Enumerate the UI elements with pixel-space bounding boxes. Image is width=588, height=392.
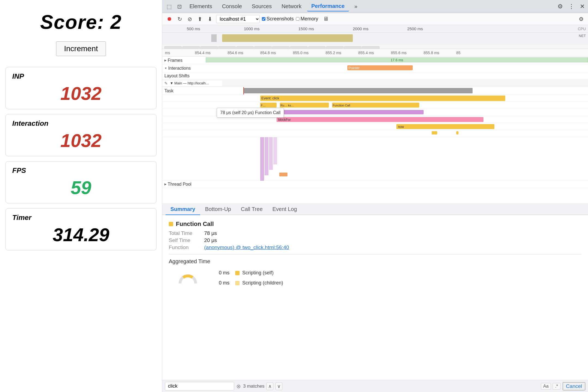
event-click-bar[interactable]: Event: click [260,96,505,101]
now-label-cell [162,126,206,127]
main-thread-content [222,79,588,87]
capture-settings-icon[interactable]: 🖥 [321,15,330,23]
close-icon[interactable]: ✕ [579,2,586,11]
now-track: now [162,123,588,130]
search-prev-button[interactable]: ∧ [267,382,273,390]
function-link[interactable]: (anonymous) @ two_click.html:56:40 [204,244,289,250]
download-icon[interactable]: ⬇ [206,15,214,23]
interaction-label: Interaction [12,119,150,128]
inp-card: INP 1032 [5,67,157,109]
devtools-panel: ⬚ ⊡ Elements Console Sources Network Per… [162,0,588,392]
search-regex-button[interactable]: .* [553,383,561,390]
inspect-icon[interactable]: ⊡ [175,2,184,11]
tick-854.4: 854.4 ms [195,51,211,55]
tab-sources[interactable]: Sources [247,2,276,11]
frames-label: ▶ Frames [162,57,206,63]
f-label: F… [260,104,266,107]
screenshot-thumb [218,46,236,49]
edit-icon[interactable]: ✎ [164,81,168,85]
thread-pool-label: ▶ Thread Pool [162,181,206,187]
search-clear-icon[interactable]: ⊗ [236,383,241,390]
interactions-expand-icon[interactable]: ▼ [164,67,167,70]
search-case-sensitive-button[interactable]: Aa [541,383,551,390]
tick-855.4: 855.4 ms [358,51,374,55]
thread-pool-expand-icon[interactable]: ▶ [164,183,167,186]
search-options: Aa .* [541,383,561,390]
target-select[interactable]: localhost #1 [216,15,260,23]
now-bar[interactable]: now [396,124,494,129]
search-input[interactable] [165,382,234,390]
layout-shifts-label: Layout Shifts [162,73,206,79]
function-call-bar2[interactable]: Function Call [332,103,419,108]
blockfor-label-cell [162,119,206,120]
score-display: Score: 2 [40,11,122,33]
tab-performance[interactable]: Performance [307,1,349,11]
cursor-icon[interactable]: ⬚ [164,2,174,11]
gear-icon[interactable]: ⚙ [577,15,585,23]
tall-purple-label [162,137,206,138]
tall-purple-col2 [265,137,268,175]
total-time-row: Total Time 78 μs [169,230,581,236]
overview-timeline[interactable]: 500 ms 1000 ms 1500 ms 2000 ms 2500 ms C… [162,25,588,49]
blockfor-bar[interactable]: blockFor [277,117,483,122]
timeline-detail[interactable]: ms 854.4 ms 854.6 ms 854.8 ms 855.0 ms 8… [162,49,588,203]
tab-more[interactable]: » [350,2,362,11]
screenshot-thumb [254,46,272,49]
time-axis-row: ms 854.4 ms 854.6 ms 854.8 ms 855.0 ms 8… [162,49,588,57]
interactions-label: ▼ Interactions [162,65,206,71]
devtools-tab-bar: ⬚ ⊡ Elements Console Sources Network Per… [162,0,588,13]
inp-value: 1032 [12,83,150,104]
event-click-content: Event: click [206,95,588,102]
frames-track: ▶ Frames 17.6 ms [162,57,588,64]
upload-icon[interactable]: ⬆ [196,15,204,23]
total-time-val: 78 μs [204,230,217,236]
screenshots-toggle[interactable]: Screenshots [262,16,294,22]
scripting-children-color [235,281,240,285]
search-cancel-button[interactable]: Cancel [563,382,585,390]
task-track: Task [162,87,588,95]
red-line-indicator [243,87,244,94]
screenshot-thumb [326,46,344,49]
task-bar[interactable] [244,88,473,93]
frames-duration: 17.6 ms [391,58,403,62]
frames-expand-icon[interactable]: ▶ [164,59,167,62]
more-options-icon[interactable]: ⋮ [567,2,575,11]
self-time-row: Self Time 20 μs [169,237,581,243]
divider [169,254,581,255]
thread-pool-track: ▶ Thread Pool [162,181,588,188]
left-panel: Score: 2 Increment INP 1032 Interaction … [0,0,162,392]
function-call-color-box [169,222,173,226]
tall-purple-content [206,137,588,181]
tab-network[interactable]: Network [277,2,306,11]
tab-call-tree[interactable]: Call Tree [236,204,268,215]
search-next-button[interactable]: ∨ [275,382,282,390]
ru-label: Ru… ks… [280,104,294,107]
small-bar-content [206,130,588,137]
tall-purple-track [162,137,588,181]
refresh-icon[interactable]: ↻ [176,15,184,23]
performance-toolbar: ⏺ ↻ ⊘ ⬆ ⬇ localhost #1 Screenshots Memor… [162,13,588,25]
tab-elements[interactable]: Elements [185,2,216,11]
tab-summary[interactable]: Summary [166,204,200,215]
scripting-children-row: 0 ms Scripting (children) [219,280,283,286]
tooltip-text: 78 μs (self 20 μs) Function Call [220,110,280,115]
interactions-track: ▼ Interactions Pointer [162,64,588,72]
memory-toggle[interactable]: Memory [296,16,318,22]
orange-small-bar [279,173,287,176]
screenshot-thumb [236,46,254,49]
pointer-label: Pointer [347,66,360,70]
tall-purple-col [260,137,264,181]
event-click-track: Event: click [162,95,588,102]
record-icon[interactable]: ⏺ [165,15,174,23]
tab-event-log[interactable]: Event Log [268,204,302,215]
tab-console[interactable]: Console [218,2,246,11]
tab-bottom-up[interactable]: Bottom-Up [200,204,236,215]
clear-icon[interactable]: ⊘ [186,15,194,23]
settings-icon[interactable]: ⚙ [556,2,564,11]
tick-855.2: 855.2 ms [326,51,341,55]
main-thread-label: ✎ ▼ Main — http://localh… [162,81,222,86]
time-ruler: 500 ms 1000 ms 1500 ms 2000 ms 2500 ms C… [162,25,588,33]
increment-button[interactable]: Increment [56,41,106,56]
tooltip: 78 μs (self 20 μs) Function Call [217,108,284,118]
donut-chart [169,268,207,290]
